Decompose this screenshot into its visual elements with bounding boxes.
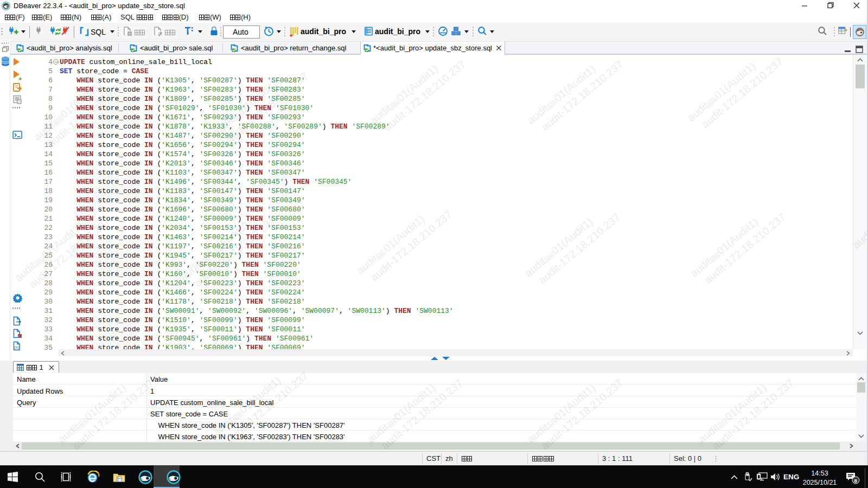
svg-text:8: 8 [854, 478, 857, 484]
svg-text:!: ! [19, 335, 20, 338]
svg-text:(x): (x) [15, 345, 19, 350]
